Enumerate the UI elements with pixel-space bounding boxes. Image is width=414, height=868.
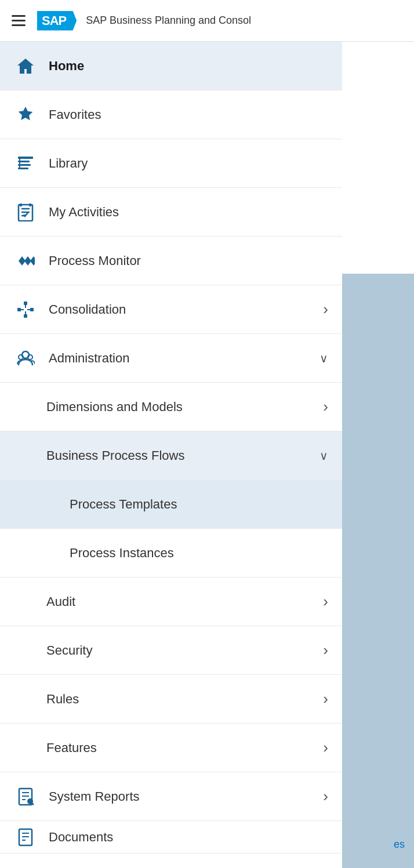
sidebar-item-process-monitor[interactable]: Process Monitor xyxy=(0,237,342,285)
activities-icon xyxy=(14,201,37,224)
sidebar-item-system-reports[interactable]: System Reports xyxy=(0,772,342,821)
svg-line-30 xyxy=(32,803,34,805)
sidebar-sub-process-instances-label: Process Instances xyxy=(70,546,328,561)
svg-rect-16 xyxy=(30,308,34,311)
sidebar-item-system-reports-label: System Reports xyxy=(49,789,323,804)
business-process-flows-chevron-down-icon xyxy=(319,449,328,463)
svg-marker-13 xyxy=(30,256,35,266)
star-icon xyxy=(14,103,37,126)
sidebar-sub-process-instances[interactable]: Process Instances xyxy=(0,529,342,578)
bottom-right-text: es xyxy=(394,838,405,851)
features-chevron-right-icon xyxy=(323,739,328,757)
sidebar-item-administration[interactable]: Administration xyxy=(0,334,342,383)
rules-chevron-right-icon xyxy=(323,690,328,708)
library-icon xyxy=(14,152,37,175)
sidebar-item-my-activities-label: My Activities xyxy=(49,205,328,220)
svg-rect-15 xyxy=(17,308,21,311)
app-title: SAP Business Planning and Consol xyxy=(86,14,251,27)
sidebar-sub-audit[interactable]: Audit xyxy=(0,578,342,626)
sidebar-nav: Home Favorites Library xyxy=(0,42,342,868)
audit-chevron-right-icon xyxy=(323,593,328,611)
security-chevron-right-icon xyxy=(323,641,328,659)
svg-rect-17 xyxy=(24,314,27,318)
sap-logo-box: SAP xyxy=(37,11,77,31)
svg-rect-10 xyxy=(29,204,31,206)
system-reports-chevron-right-icon xyxy=(323,787,328,805)
sidebar-item-process-monitor-label: Process Monitor xyxy=(49,253,328,268)
administration-chevron-down-icon xyxy=(319,351,328,365)
sidebar-item-library-label: Library xyxy=(49,156,328,171)
sidebar-item-home[interactable]: Home xyxy=(0,42,342,90)
sidebar-item-consolidation-label: Consolidation xyxy=(49,302,323,317)
sidebar-sub-business-process-flows[interactable]: Business Process Flows xyxy=(0,431,342,480)
sidebar-sub-dimensions-models-label: Dimensions and Models xyxy=(46,400,323,415)
sidebar-sub-rules-label: Rules xyxy=(46,692,323,707)
dimensions-models-chevron-right-icon xyxy=(323,398,328,416)
sidebar-sub-process-templates-label: Process Templates xyxy=(70,497,328,512)
process-monitor-icon xyxy=(14,249,37,273)
app-header: SAP SAP Business Planning and Consol xyxy=(0,0,414,42)
sidebar-sub-business-process-flows-label: Business Process Flows xyxy=(46,448,319,463)
system-reports-icon xyxy=(14,785,37,808)
sidebar-item-administration-label: Administration xyxy=(49,351,319,366)
sidebar-sub-features[interactable]: Features xyxy=(0,724,342,772)
documents-icon xyxy=(14,826,37,849)
sidebar-item-documents[interactable]: Documents xyxy=(0,821,342,854)
sidebar-item-home-label: Home xyxy=(49,59,328,74)
sidebar-sub-rules[interactable]: Rules xyxy=(0,675,342,724)
sidebar-item-my-activities[interactable]: My Activities xyxy=(0,188,342,237)
sidebar-sub-audit-label: Audit xyxy=(46,594,323,609)
consolidation-icon xyxy=(14,298,37,321)
home-icon xyxy=(14,55,37,78)
sidebar-sub-security[interactable]: Security xyxy=(0,626,342,675)
sidebar-sub-security-label: Security xyxy=(46,643,323,658)
sidebar-item-favorites[interactable]: Favorites xyxy=(0,90,342,139)
svg-rect-4 xyxy=(19,157,20,169)
administration-icon xyxy=(14,347,37,370)
consolidation-chevron-right-icon xyxy=(323,300,328,318)
menu-button[interactable] xyxy=(9,13,28,28)
sidebar-sub-process-templates[interactable]: Process Templates xyxy=(0,480,342,529)
sidebar-item-documents-label: Documents xyxy=(49,830,328,845)
svg-rect-9 xyxy=(20,204,22,206)
sap-logo: SAP xyxy=(37,11,77,31)
sidebar-sub-dimensions-models[interactable]: Dimensions and Models xyxy=(0,383,342,431)
sidebar-item-library[interactable]: Library xyxy=(0,139,342,188)
svg-rect-14 xyxy=(24,302,27,305)
sidebar-item-consolidation[interactable]: Consolidation xyxy=(0,285,342,334)
sidebar-item-favorites-label: Favorites xyxy=(49,107,328,122)
sidebar-sub-features-label: Features xyxy=(46,740,323,756)
